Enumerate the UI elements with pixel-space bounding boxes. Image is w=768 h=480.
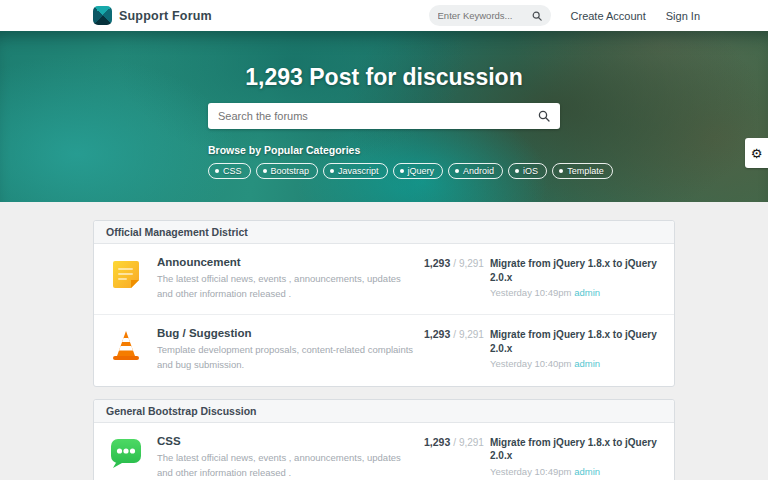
last-post: Migrate from jQuery 1.8.x to jQuery 2.0.… xyxy=(490,435,660,477)
forum-title-link[interactable]: CSS xyxy=(157,435,418,447)
forum-container: Official Management District Announcemen… xyxy=(93,220,675,480)
forum-stats: 1,293 / 9,291 xyxy=(424,256,490,269)
sign-in-link[interactable]: Sign In xyxy=(666,10,700,22)
bullet-dot-icon xyxy=(455,169,459,173)
row-main: CSS The latest official news, events , a… xyxy=(157,435,424,480)
brand-logo-icon xyxy=(93,6,112,25)
navbar-right: Create Account Sign In xyxy=(429,5,700,26)
browse-categories-label: Browse by Popular Categories xyxy=(208,144,560,156)
bullet-dot-icon xyxy=(215,169,219,173)
tag-label: jQuery xyxy=(408,166,435,176)
settings-button[interactable]: ⚙ xyxy=(745,138,768,168)
forum-description: The latest official news, events , annou… xyxy=(157,272,418,301)
create-account-link[interactable]: Create Account xyxy=(571,10,646,22)
bullet-dot-icon xyxy=(515,169,519,173)
forum-title-link[interactable]: Bug / Suggestion xyxy=(157,327,418,339)
tag-template[interactable]: Template xyxy=(552,163,613,179)
search-icon[interactable] xyxy=(532,11,542,21)
traffic-cone-icon xyxy=(108,327,144,363)
row-main: Bug / Suggestion Template development pr… xyxy=(157,327,424,372)
last-post-title-link[interactable]: Migrate from jQuery 1.8.x to jQuery 2.0.… xyxy=(490,328,660,355)
last-post-author-link[interactable]: admin xyxy=(574,287,600,298)
keyword-search[interactable] xyxy=(429,5,551,26)
forum-title-link[interactable]: Announcement xyxy=(157,256,418,268)
hero-inner: Browse by Popular Categories CSS Bootstr… xyxy=(208,103,560,179)
tag-label: Javascript xyxy=(338,166,379,176)
forum-section: Official Management District Announcemen… xyxy=(93,220,675,387)
last-post-author-link[interactable]: admin xyxy=(574,358,600,369)
forum-row-css[interactable]: CSS The latest official news, events , a… xyxy=(94,423,674,480)
tag-jquery[interactable]: jQuery xyxy=(393,163,444,179)
bullet-dot-icon xyxy=(559,169,563,173)
forum-description: The latest official news, events , annou… xyxy=(157,451,418,480)
bullet-dot-icon xyxy=(400,169,404,173)
last-post-title-link[interactable]: Migrate from jQuery 1.8.x to jQuery 2.0.… xyxy=(490,436,660,463)
chat-bubble-icon xyxy=(108,435,144,471)
total-count: 9,291 xyxy=(459,437,484,448)
post-count: 1,293 xyxy=(424,257,450,269)
forum-row-announcement[interactable]: Announcement The latest official news, e… xyxy=(94,244,674,315)
brand[interactable]: Support Forum xyxy=(93,6,212,25)
stat-separator: / xyxy=(453,329,456,340)
main-content: Official Management District Announcemen… xyxy=(0,202,768,480)
stat-separator: / xyxy=(453,437,456,448)
forum-row-bug-suggestion[interactable]: Bug / Suggestion Template development pr… xyxy=(94,315,674,385)
forum-search-input[interactable] xyxy=(218,110,532,122)
hero-title: 1,293 Post for discussion xyxy=(0,31,768,91)
tag-android[interactable]: Android xyxy=(448,163,503,179)
sticky-note-icon xyxy=(108,256,144,292)
last-post-meta: Yesterday 10:49pm admin xyxy=(490,287,660,298)
forum-description: Template development proposals, content-… xyxy=(157,343,418,372)
top-navbar: Support Forum Create Account Sign In xyxy=(0,0,768,31)
category-tags: CSS Bootstrap Javascript jQuery Android … xyxy=(208,163,560,179)
row-main: Announcement The latest official news, e… xyxy=(157,256,424,301)
tag-label: Template xyxy=(567,166,604,176)
last-post-meta: Yesterday 10:49pm admin xyxy=(490,466,660,477)
search-icon[interactable] xyxy=(538,110,550,122)
section-title: Official Management District xyxy=(94,221,674,244)
last-post-author-link[interactable]: admin xyxy=(574,466,600,477)
bullet-dot-icon xyxy=(263,169,267,173)
tag-javascript[interactable]: Javascript xyxy=(323,163,388,179)
hero-banner: 1,293 Post for discussion Browse by Popu… xyxy=(0,31,768,202)
post-count: 1,293 xyxy=(424,436,450,448)
bullet-dot-icon xyxy=(330,169,334,173)
tag-ios[interactable]: iOS xyxy=(508,163,547,179)
tag-label: Android xyxy=(463,166,494,176)
last-post-time: Yesterday 10:40pm xyxy=(490,358,572,369)
tag-bootstrap[interactable]: Bootstrap xyxy=(256,163,319,179)
total-count: 9,291 xyxy=(459,258,484,269)
last-post: Migrate from jQuery 1.8.x to jQuery 2.0.… xyxy=(490,327,660,369)
last-post-meta: Yesterday 10:40pm admin xyxy=(490,358,660,369)
keyword-search-input[interactable] xyxy=(438,10,528,21)
tag-label: iOS xyxy=(523,166,538,176)
total-count: 9,291 xyxy=(459,329,484,340)
forum-search[interactable] xyxy=(208,103,560,129)
last-post-title-link[interactable]: Migrate from jQuery 1.8.x to jQuery 2.0.… xyxy=(490,257,660,284)
gear-icon: ⚙ xyxy=(751,147,763,160)
forum-stats: 1,293 / 9,291 xyxy=(424,435,490,448)
stat-separator: / xyxy=(453,258,456,269)
brand-name: Support Forum xyxy=(119,9,212,23)
forum-section: General Bootstrap Discussion CSS The lat… xyxy=(93,399,675,480)
section-title: General Bootstrap Discussion xyxy=(94,400,674,423)
last-post-time: Yesterday 10:49pm xyxy=(490,466,572,477)
forum-stats: 1,293 / 9,291 xyxy=(424,327,490,340)
last-post-time: Yesterday 10:49pm xyxy=(490,287,572,298)
tag-label: CSS xyxy=(223,166,242,176)
tag-label: Bootstrap xyxy=(271,166,310,176)
post-count: 1,293 xyxy=(424,328,450,340)
last-post: Migrate from jQuery 1.8.x to jQuery 2.0.… xyxy=(490,256,660,298)
tag-css[interactable]: CSS xyxy=(208,163,251,179)
